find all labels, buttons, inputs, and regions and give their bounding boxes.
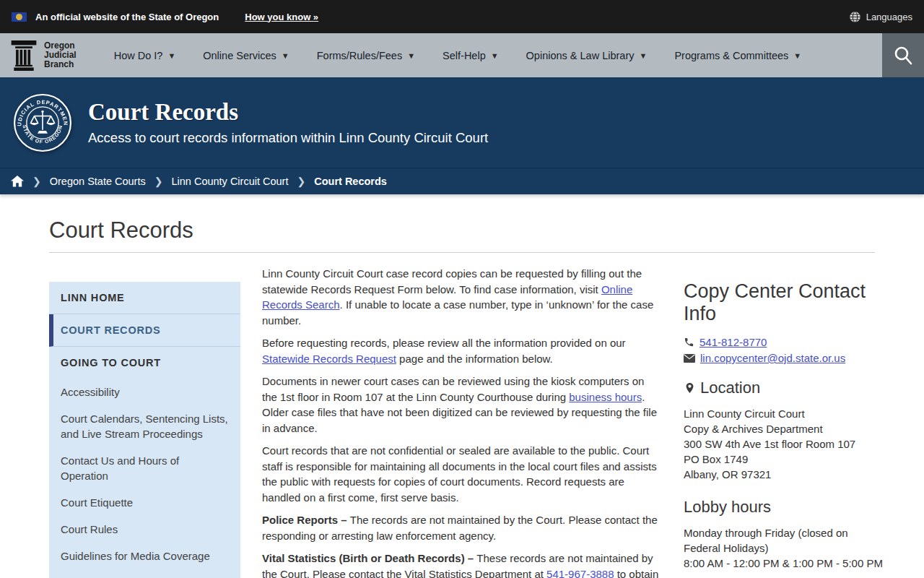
chevron-down-icon: ▼ — [793, 51, 801, 60]
lobby-hours-line: 8:00 AM - 12:00 PM & 1:00 PM - 5:00 PM — [684, 556, 875, 571]
breadcrumb-current-page: Court Records — [314, 176, 387, 187]
statewide-records-request-link[interactable]: Statewide Records Request — [262, 353, 396, 365]
contact-info-column: Copy Center Contact Info 541-812-8770 li… — [684, 280, 875, 578]
languages-label: Languages — [866, 12, 912, 22]
hero-title: Court Records — [88, 99, 488, 126]
paragraph: Documents in newer court cases can be re… — [262, 374, 662, 436]
official-top-bar: An official website of the State of Oreg… — [0, 0, 924, 33]
ojd-logo[interactable]: Oregon Judicial Branch — [0, 40, 77, 71]
nav-item-programs-committees[interactable]: Programs & Committees▼ — [674, 50, 801, 61]
nav-item-opinions-law-library[interactable]: Opinions & Law Library▼ — [526, 50, 648, 61]
brand-text: Oregon Judicial Branch — [44, 41, 77, 69]
sidebar-item-accessibility[interactable]: Accessibility — [49, 379, 240, 405]
sidebar-item-court-records-active[interactable]: COURT RECORDS — [49, 314, 240, 347]
nav-item-how-do-i[interactable]: How Do I?▼ — [114, 50, 176, 61]
chevron-down-icon: ▼ — [407, 51, 415, 60]
paragraph-vital-statistics: Vital Statistics (Birth or Death Records… — [262, 551, 662, 578]
address-line: Linn County Circuit Court — [684, 406, 875, 421]
lobby-hours-line: Federal Holidays) — [684, 540, 875, 556]
globe-icon — [849, 11, 861, 23]
nav-item-self-help[interactable]: Self-Help▼ — [443, 50, 499, 61]
how-you-know-link[interactable]: How you know » — [245, 12, 318, 22]
copy-center-email-link[interactable]: lin.copycenter@ojd.state.or.us — [700, 353, 845, 363]
chevron-down-icon: ▼ — [491, 51, 499, 60]
hero-subtitle: Access to court records information with… — [88, 130, 488, 146]
main-text-column: Linn County Circuit Court case record co… — [262, 266, 662, 578]
address-line: Albany, OR 97321 — [684, 467, 875, 482]
chevron-down-icon: ▼ — [282, 51, 289, 60]
breadcrumb-linn-county-circuit-court[interactable]: Linn County Circuit Court — [171, 176, 288, 187]
official-website-text: An official website of the State of Oreg… — [35, 12, 219, 22]
vital-statistics-phone-link[interactable]: 541-967-3888 — [546, 568, 614, 578]
email-icon — [684, 354, 695, 363]
breadcrumb: ❯ Oregon State Courts ❯ Linn County Circ… — [0, 168, 924, 194]
oregon-flag-icon — [12, 12, 27, 22]
breadcrumb-oregon-state-courts[interactable]: Oregon State Courts — [50, 176, 146, 187]
section-sidebar: LINN HOME COURT RECORDS GOING TO COURT A… — [49, 282, 240, 578]
lobby-hours-heading: Lobby hours — [684, 498, 875, 517]
sidebar-item-linn-home[interactable]: LINN HOME — [49, 282, 240, 314]
sidebar-item-going-to-court[interactable]: GOING TO COURT — [49, 347, 240, 379]
page-content: Court Records LINN HOME COURT RECORDS GO… — [0, 217, 924, 578]
sidebar-item-judges[interactable]: Judges — [49, 569, 240, 578]
paragraph: Before requesting records, please review… — [262, 335, 662, 366]
nav-item-forms-rules-fees[interactable]: Forms/Rules/Fees▼ — [317, 50, 415, 61]
page-title: Court Records — [49, 217, 875, 243]
languages-button[interactable]: Languages — [849, 11, 912, 23]
sidebar-item-contact-us[interactable]: Contact Us and Hours of Operation — [49, 447, 240, 489]
sidebar-item-court-rules[interactable]: Court Rules — [49, 516, 240, 543]
search-button[interactable] — [882, 33, 924, 77]
chevron-down-icon: ▼ — [640, 51, 648, 60]
copy-center-heading: Copy Center Contact Info — [684, 280, 875, 325]
sidebar-item-court-etiquette[interactable]: Court Etiquette — [49, 489, 240, 516]
breadcrumb-separator-icon: ❯ — [154, 176, 163, 187]
copy-center-phone-link[interactable]: 541-812-8770 — [699, 337, 767, 347]
breadcrumb-separator-icon: ❯ — [297, 176, 305, 187]
address-block: Linn County Circuit Court Copy & Archive… — [684, 406, 875, 482]
home-icon[interactable] — [11, 176, 24, 187]
nav-item-online-services[interactable]: Online Services▼ — [203, 50, 289, 61]
address-line: Copy & Archives Department — [684, 421, 875, 436]
chevron-down-icon: ▼ — [167, 51, 175, 60]
address-line: 300 SW 4th Ave 1st floor Room 107 — [684, 436, 875, 452]
main-navigation-bar: Oregon Judicial Branch How Do I?▼ Online… — [0, 33, 924, 77]
location-heading: Location — [684, 379, 875, 397]
lobby-hours-block: Monday through Friday (closed on Federal… — [684, 525, 875, 571]
lobby-hours-line: Monday through Friday (closed on — [684, 525, 875, 540]
sidebar-item-media-coverage[interactable]: Guidelines for Media Coverage — [49, 543, 240, 569]
page-hero: JUDICIAL DEPARTMENT STATE OF OREGON Cour… — [0, 77, 924, 168]
nav-menu: How Do I?▼ Online Services▼ Forms/Rules/… — [114, 50, 802, 61]
address-line: PO Box 1749 — [684, 452, 875, 467]
search-icon — [892, 45, 914, 66]
sidebar-item-court-calendars[interactable]: Court Calendars, Sentencing Lists, and L… — [49, 405, 240, 447]
phone-icon — [684, 337, 694, 348]
paragraph: Court records that are not confidential … — [262, 443, 662, 505]
pillar-icon — [10, 40, 38, 71]
judicial-department-seal-icon: JUDICIAL DEPARTMENT STATE OF OREGON — [13, 93, 72, 152]
hero-text-block: Court Records Access to court records in… — [88, 99, 488, 146]
business-hours-link[interactable]: business hours — [569, 391, 642, 403]
paragraph: Linn County Circuit Court case record co… — [262, 266, 662, 328]
map-pin-icon — [684, 380, 696, 396]
paragraph-police-reports: Police Reports – The records are not mai… — [262, 512, 662, 543]
breadcrumb-separator-icon: ❯ — [32, 176, 41, 187]
